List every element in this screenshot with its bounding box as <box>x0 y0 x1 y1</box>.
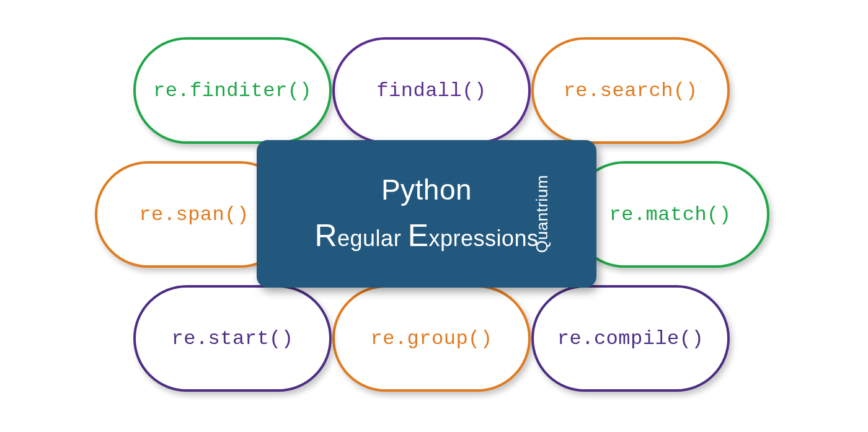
pill-label: re.compile() <box>557 327 704 350</box>
brand-label: Quantrium <box>533 175 552 253</box>
title-line2: Regular Expressions <box>314 215 538 257</box>
pill-label: re.group() <box>370 327 492 350</box>
pill-match: re.match() <box>571 161 769 268</box>
pill-label: re.finditer() <box>153 79 312 102</box>
pill-start: re.start() <box>133 285 332 392</box>
pill-search: re.search() <box>531 37 730 144</box>
title-text: Python Regular Expressions <box>314 170 538 257</box>
pill-finditer: re.finditer() <box>133 37 332 144</box>
pill-label: findall() <box>376 79 486 102</box>
pill-label: re.search() <box>564 79 698 102</box>
pill-label: re.start() <box>171 327 293 350</box>
title-line1: Python <box>314 170 538 209</box>
pill-compile: re.compile() <box>531 285 730 392</box>
diagram-canvas: re.finditer() findall() re.search() re.s… <box>0 0 868 432</box>
title-card: Python Regular Expressions Quantrium <box>257 140 596 288</box>
pill-label: re.span() <box>139 203 249 226</box>
pill-findall: findall() <box>332 37 531 144</box>
pill-label: re.match() <box>609 203 731 226</box>
pill-group: re.group() <box>332 285 531 392</box>
